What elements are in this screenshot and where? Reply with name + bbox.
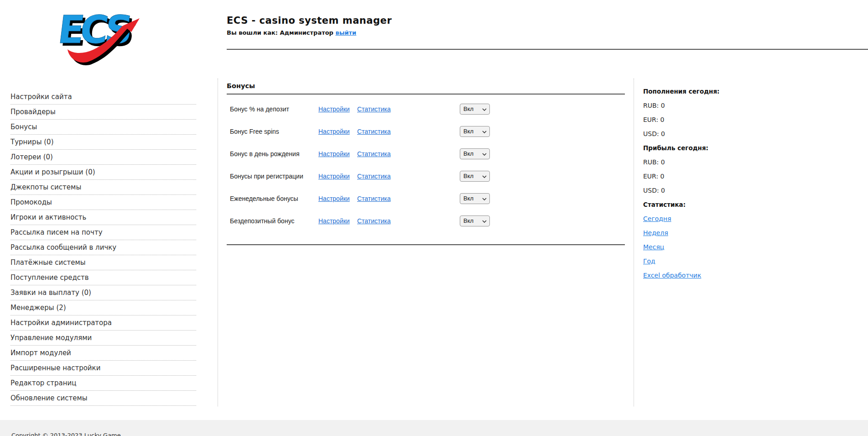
- logout-link[interactable]: выйти: [335, 29, 356, 36]
- bonus-toggle-select[interactable]: Вкл: [460, 215, 490, 226]
- sidebar-item[interactable]: Бонусы: [10, 120, 196, 135]
- sidebar-item[interactable]: Промокоды: [10, 195, 196, 210]
- bonuses-section: Бонусы Бонус % на депозитНастройкиСтатис…: [227, 82, 625, 245]
- bonus-statistics-link[interactable]: Статистика: [357, 105, 460, 113]
- bonus-label: Еженедельные бонусы: [230, 195, 318, 202]
- sidebar-item[interactable]: Редактор страниц: [10, 376, 196, 391]
- bonus-label: Бонус в день рождения: [230, 150, 318, 158]
- sidebar-item[interactable]: Заявки на выплату (0): [10, 285, 196, 300]
- bonus-toggle: Вкл: [460, 104, 490, 115]
- stats-link-row: Сегодня: [643, 211, 858, 226]
- bonus-statistics-link[interactable]: Статистика: [357, 128, 460, 135]
- sidebar-menu: Настройки сайтаПровайдерыБонусыТурниры (…: [10, 89, 196, 406]
- bonus-toggle: Вкл: [460, 193, 490, 204]
- bonus-label: Бонус % на депозит: [230, 105, 318, 113]
- bonus-rows: Бонус % на депозитНастройкиСтатистикаВкл…: [227, 98, 625, 232]
- stats-link[interactable]: Сегодня: [643, 215, 671, 222]
- sidebar-item[interactable]: Рассылка сообщений в личку: [10, 240, 196, 255]
- footer: Copyright © 2013-2023 Lucky Game: [0, 420, 868, 436]
- sidebar-item[interactable]: Расширенные настройки: [10, 361, 196, 376]
- bonus-statistics-link[interactable]: Статистика: [357, 173, 460, 180]
- app-title: ECS - casino system manager: [227, 15, 392, 26]
- section-divider-top: [227, 94, 625, 95]
- divider-main-summary: [634, 79, 634, 406]
- bonus-statistics-link[interactable]: Статистика: [357, 195, 460, 202]
- bonus-settings-link[interactable]: Настройки: [318, 195, 357, 202]
- profit-value: RUB: 0: [643, 155, 858, 169]
- bonus-statistics-link[interactable]: Статистика: [357, 150, 460, 158]
- stats-link-row: Год: [643, 254, 858, 268]
- bonus-row: Бонус % на депозитНастройкиСтатистикаВкл: [227, 98, 625, 120]
- stats-link[interactable]: Неделя: [643, 229, 668, 236]
- bonus-toggle-select[interactable]: Вкл: [460, 104, 490, 115]
- sidebar-item[interactable]: Импорт модулей: [10, 346, 196, 361]
- profit-value: USD: 0: [643, 183, 858, 197]
- stats-title: Статистика:: [643, 197, 858, 211]
- bonus-toggle-select[interactable]: Вкл: [460, 126, 490, 137]
- sidebar-item[interactable]: Турниры (0): [10, 135, 196, 150]
- sidebar-item[interactable]: Джекпоты системы: [10, 180, 196, 195]
- bonus-row: Бонусы при регистрацииНастройкиСтатистик…: [227, 165, 625, 187]
- ecs-logo[interactable]: ECS ECS: [54, 6, 140, 69]
- deposit-value: EUR: 0: [643, 112, 858, 126]
- stats-link-row: Неделя: [643, 226, 858, 240]
- stats-link[interactable]: Месяц: [643, 243, 664, 251]
- bonus-settings-link[interactable]: Настройки: [318, 105, 357, 113]
- sidebar-item[interactable]: Настройки администратора: [10, 315, 196, 331]
- sidebar-item[interactable]: Настройки сайта: [10, 89, 196, 105]
- sidebar-item[interactable]: Поступление средств: [10, 270, 196, 285]
- divider-sidebar-main: [218, 79, 218, 406]
- stats-link[interactable]: Excel обработчик: [643, 272, 701, 279]
- bonus-toggle-select[interactable]: Вкл: [460, 193, 490, 204]
- sidebar-item[interactable]: Менеджеры (2): [10, 300, 196, 315]
- bonus-row: Еженедельные бонусыНастройкиСтатистикаВк…: [227, 187, 625, 210]
- stats-link[interactable]: Год: [643, 257, 655, 265]
- section-title: Бонусы: [227, 82, 625, 89]
- header-divider: [227, 49, 868, 50]
- bonus-toggle: Вкл: [460, 126, 490, 137]
- login-status-text: Вы вошли как: Администратор: [227, 29, 333, 36]
- page: ECS ECS ECS - casino system manager Вы в…: [0, 0, 868, 436]
- bonus-toggle: Вкл: [460, 148, 490, 159]
- sidebar-item[interactable]: Акции и розыгрыши (0): [10, 165, 196, 180]
- stats-link-row: Excel обработчик: [643, 268, 858, 282]
- bonus-toggle: Вкл: [460, 215, 490, 226]
- bonus-settings-link[interactable]: Настройки: [318, 173, 357, 180]
- bonus-label: Бездепозитный бонус: [230, 217, 318, 225]
- bonus-settings-link[interactable]: Настройки: [318, 150, 357, 158]
- bonus-label: Бонусы при регистрации: [230, 173, 318, 180]
- bonus-toggle: Вкл: [460, 171, 490, 182]
- login-status: Вы вошли как: Администратор выйти: [227, 29, 392, 36]
- sidebar-item[interactable]: Платёжные системы: [10, 255, 196, 270]
- sidebar-item[interactable]: Обновление системы: [10, 391, 196, 406]
- profit-today-title: Прибыль сегодня:: [643, 141, 858, 155]
- deposit-value: USD: 0: [643, 126, 858, 141]
- profit-value: EUR: 0: [643, 169, 858, 183]
- bonus-statistics-link[interactable]: Статистика: [357, 217, 460, 225]
- sidebar-item[interactable]: Лотереи (0): [10, 150, 196, 165]
- stats-link-row: Месяц: [643, 240, 858, 254]
- copyright-text: Copyright © 2013-2023 Lucky Game: [11, 432, 121, 436]
- bonus-toggle-select[interactable]: Вкл: [460, 171, 490, 182]
- sidebar-item[interactable]: Провайдеры: [10, 105, 196, 120]
- deposits-today-title: Пополнения сегодня:: [643, 84, 858, 98]
- sidebar-item[interactable]: Игроки и активность: [10, 210, 196, 225]
- sidebar-item[interactable]: Рассылка писем на почту: [10, 225, 196, 240]
- bonus-row: Бонус Free spinsНастройкиСтатистикаВкл: [227, 120, 625, 142]
- bonus-row: Бонус в день рожденияНастройкиСтатистика…: [227, 142, 625, 165]
- bonus-settings-link[interactable]: Настройки: [318, 217, 357, 225]
- bonus-label: Бонус Free spins: [230, 128, 318, 135]
- bonus-settings-link[interactable]: Настройки: [318, 128, 357, 135]
- summary-panel: Пополнения сегодня:RUB: 0EUR: 0USD: 0При…: [643, 84, 858, 282]
- header: ECS - casino system manager Вы вошли как…: [227, 15, 392, 36]
- bonus-toggle-select[interactable]: Вкл: [460, 148, 490, 159]
- ecs-logo-graphic: ECS ECS: [54, 6, 140, 69]
- bonus-row: Бездепозитный бонусНастройкиСтатистикаВк…: [227, 210, 625, 232]
- deposit-value: RUB: 0: [643, 98, 858, 112]
- section-divider-bottom: [227, 244, 625, 245]
- sidebar-item[interactable]: Управление модулями: [10, 331, 196, 346]
